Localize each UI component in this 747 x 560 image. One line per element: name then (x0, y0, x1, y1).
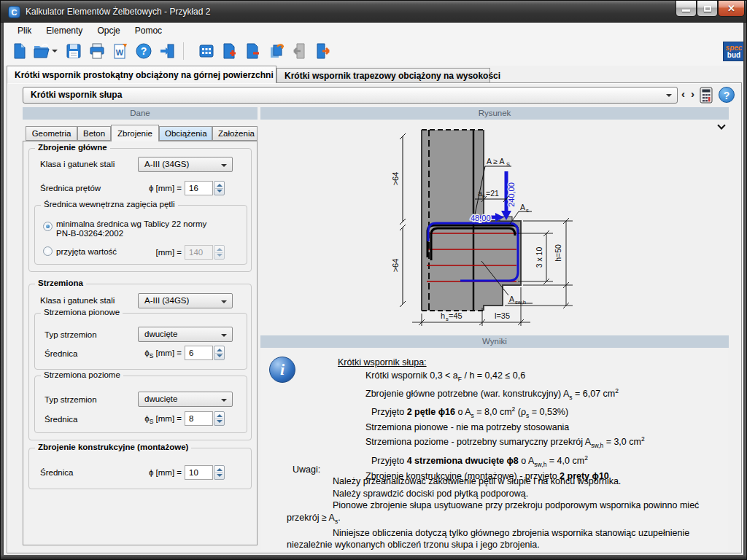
spin-up-icon (217, 248, 222, 251)
result-line: Przyjęto 2 pętle ϕ16 o As = 8,0 cm2 (ρs … (371, 403, 645, 421)
help-icon: ? (135, 42, 152, 60)
menu-plik[interactable]: Plik (11, 24, 38, 37)
new-file-button[interactable] (9, 40, 30, 62)
open-file-button[interactable] (31, 40, 52, 62)
copy-element-button[interactable] (266, 40, 287, 62)
word-document-icon: W (112, 42, 129, 60)
v-stirrup-dia-stepper[interactable] (214, 346, 225, 360)
stirrup-steel-select[interactable]: A-III (34GS) (138, 293, 233, 308)
result-line: Strzemiona pionowe - nie ma potrzeby sto… (365, 421, 645, 433)
tab-wspornik-trapezowy[interactable]: Krótki wspornik trapezowy obciążony na w… (276, 68, 490, 83)
close-button[interactable]: ✕ (718, 1, 745, 17)
note-paragraph: Pionowe zbrojenie słupa usytuowane przy … (287, 499, 721, 526)
anchor-area-sub: S (506, 161, 510, 168)
spin-down-icon (217, 420, 222, 423)
as-label: A (520, 203, 525, 211)
radio-min-diameter[interactable] (43, 222, 53, 231)
result-line: Krótki wspornik 0,3 < aF / h = 0,42 ≤ 0,… (365, 370, 645, 385)
next-element-icon (314, 42, 332, 60)
previous-variant-button[interactable]: ‹ (681, 88, 685, 100)
tab-zbrojenie[interactable]: Zbrojenie (111, 125, 159, 141)
radio-min-diameter-label-2[interactable]: PN-B-03264:2002 (56, 229, 123, 238)
bar-diameter-label: Średnica prętów (40, 184, 101, 192)
add-element-button[interactable] (220, 40, 240, 62)
exit-door-icon (158, 42, 176, 60)
group-title: Strzemiona (35, 279, 86, 287)
menu-opcje[interactable]: Opcje (90, 24, 126, 37)
results-panel: i Krótki wspornik słupa: Krótki wspornik… (261, 349, 728, 551)
h-stirrup-type-select[interactable]: dwucięte (138, 392, 233, 407)
chevron-down-icon (666, 94, 672, 100)
menu-pomoc[interactable]: Pomoc (128, 24, 169, 37)
v-stirrup-type-select[interactable]: dwucięte (138, 327, 233, 342)
context-help-button[interactable]: ? (719, 87, 735, 103)
h-stirrup-dia-unit: ϕS [mm] = (144, 414, 182, 425)
tab-wspornik-prostokatny[interactable]: Krótki wspornik prostokątny obciążony na… (7, 66, 276, 83)
h-stirrup-dia-input[interactable]: 8 (185, 411, 213, 426)
bar-diameter-input[interactable]: 16 (185, 181, 213, 195)
save-button[interactable] (63, 40, 84, 62)
note-paragraph: Niniejsze obliczenia dotyczą tylko główn… (287, 527, 721, 551)
help-button[interactable]: ? (133, 40, 154, 62)
tab-obciazenia[interactable]: Obciążenia (159, 126, 212, 141)
h-stirrup-dia-stepper[interactable] (214, 411, 225, 426)
wyniki-header: Wyniki (260, 335, 729, 348)
left-dimension-lines (400, 133, 406, 307)
radio-custom-value[interactable] (43, 246, 53, 256)
rysunek-header: Rysunek (260, 107, 729, 120)
print-button[interactable] (87, 40, 107, 62)
next-element-button[interactable] (313, 40, 333, 62)
remove-element-button[interactable] (243, 40, 263, 62)
bar-diameter-stepper[interactable] (214, 181, 225, 195)
constr-dia-input[interactable]: 10 (185, 465, 213, 480)
minimize-button[interactable] (676, 1, 697, 17)
group-title: Średnica wewnętrzna zagięcia pętli (41, 200, 178, 209)
spin-up-icon (217, 414, 222, 417)
constr-dia-stepper[interactable] (214, 465, 225, 480)
hs-dim-post: =45 (449, 311, 462, 320)
group-title: Zbrojenie konstrukcyjne (montażowe) (35, 443, 191, 451)
radio-custom-value-label[interactable]: przyjęta wartość (56, 247, 117, 256)
constr-dia-unit: ϕ [mm] = (144, 468, 182, 477)
remove-element-icon (244, 42, 262, 60)
title-bar[interactable]: C Kalkulator Elementów Żelbetowych - Prz… (1, 1, 746, 23)
export-word-button[interactable]: W (110, 40, 131, 62)
anchorage-dim-bottom: >64 (391, 259, 400, 273)
tab-beton[interactable]: Beton (77, 126, 111, 141)
exit-button[interactable] (157, 40, 177, 62)
steel-class-select[interactable]: A-III (34GS) (138, 157, 233, 172)
group-title: Zbrojenie główne (35, 143, 110, 152)
open-folder-icon (33, 42, 50, 60)
minimize-icon (682, 9, 690, 12)
open-file-caret[interactable] (52, 50, 58, 55)
previous-element-button[interactable] (290, 40, 310, 62)
element-list-button[interactable] (196, 40, 217, 62)
previous-element-icon (291, 42, 309, 60)
v-stirrup-type-label: Typ strzemion (44, 330, 97, 339)
corbel-drawing: 240,00 48,00 >64 >64 a F =21 A ≥ A S A s… (262, 120, 729, 335)
v-stirrup-dia-input[interactable]: 6 (185, 346, 213, 360)
spin-down-icon (217, 354, 222, 357)
maximize-button[interactable] (697, 1, 718, 17)
v-stirrup-dia-unit: ϕS [mm] = (144, 349, 182, 359)
aswh-label-sub: sw,h (515, 299, 526, 306)
info-icon: i (269, 357, 295, 383)
next-variant-button[interactable]: › (691, 88, 694, 100)
svg-text:W: W (116, 48, 124, 57)
notes-block: Uwagi: Należy przeanalizować zakotwienie… (287, 464, 721, 551)
toolbar: W ? spec bud (4, 38, 745, 66)
question-icon: ? (724, 90, 730, 101)
element-selector[interactable]: Krótki wspornik słupa (23, 87, 678, 104)
svg-text:?: ? (141, 45, 147, 57)
calculator-button[interactable] (700, 87, 713, 106)
hs-dim-main: h (441, 311, 445, 320)
tab-geometria[interactable]: Geometria (26, 126, 77, 141)
custom-value-stepper (214, 245, 225, 260)
chevron-down-icon (221, 334, 227, 340)
spin-down-icon (217, 474, 222, 477)
spin-down-icon (217, 190, 222, 192)
radio-min-diameter-label-1[interactable]: minimalna średnica wg Tablicy 22 normy (56, 219, 206, 228)
tab-zalozenia[interactable]: Założenia (212, 126, 258, 141)
menu-elementy[interactable]: Elementy (39, 24, 89, 37)
print-icon (88, 42, 106, 60)
